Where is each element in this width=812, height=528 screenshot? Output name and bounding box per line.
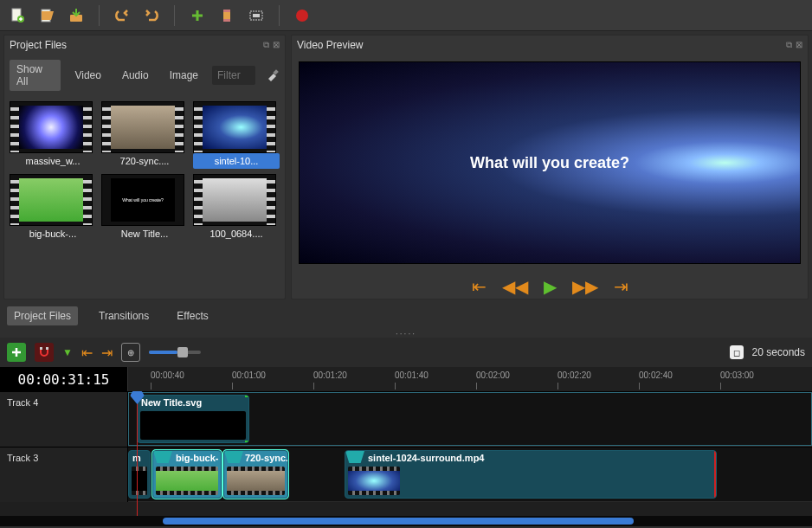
ruler-tick: 00:01:20 [313, 370, 347, 380]
preview-frame-text: What will you create? [470, 154, 629, 172]
preview-titlebar: Video Preview ⧉ ⊠ [292, 35, 808, 55]
project-files-title: Project Files [10, 39, 67, 51]
project-file-grid: massive_w... 720-sync.... sintel-10... b… [4, 96, 285, 247]
timeline: 00:00:31:15 00:00:40 00:01:00 00:01:20 0… [0, 367, 812, 526]
scrollbar-thumb[interactable] [163, 518, 634, 525]
track-header[interactable]: Track 3 [0, 448, 128, 502]
filter-image[interactable]: Image [163, 66, 205, 85]
detach-panel-icon[interactable]: ⧉ [263, 40, 269, 50]
timeline-horizontal-scrollbar[interactable] [0, 516, 812, 526]
tab-effects[interactable]: Effects [170, 306, 215, 325]
tab-transitions[interactable]: Transitions [92, 306, 156, 325]
snap-icon[interactable] [35, 343, 54, 362]
timeline-tracks: Track 4 New Title.svg Track 3 m [0, 391, 812, 516]
jump-start-icon[interactable]: ⇤ [472, 276, 487, 297]
zoom-level-icon[interactable]: ◻ [730, 345, 744, 359]
ruler-tick: 00:02:00 [476, 370, 510, 380]
track-body[interactable]: m big-buck- 720-sync.mp4 sintel-1024-sur… [128, 448, 812, 502]
clip-end-marker-icon [714, 451, 717, 498]
undo-icon[interactable] [112, 5, 132, 26]
track-body[interactable]: New Title.svg [128, 392, 812, 447]
track-label: Track 4 [7, 397, 120, 408]
timeline-clip[interactable]: m [128, 450, 151, 499]
preview-title: Video Preview [297, 39, 364, 51]
clip-transition-icon [345, 451, 364, 463]
clip-thumbnail [132, 467, 147, 495]
zoom-slider[interactable] [149, 351, 201, 354]
filter-video[interactable]: Video [68, 66, 107, 85]
timeline-clip[interactable]: New Title.svg [137, 395, 249, 443]
track-label: Track 3 [7, 453, 120, 463]
playback-controls: ⇤ ◀◀ ▶ ▶▶ ⇥ [292, 271, 808, 299]
timeline-toolbar: ▼ ⇤ ⇥ ⊕ ◻ 20 seconds [0, 338, 812, 367]
project-files-titlebar: Project Files ⧉ ⊠ [4, 35, 285, 55]
filter-audio[interactable]: Audio [115, 66, 156, 85]
new-document-icon[interactable] [7, 5, 28, 26]
close-panel-icon[interactable]: ⊠ [796, 40, 802, 50]
clip-thumbnail [140, 411, 246, 440]
ruler-tick: 00:02:20 [557, 370, 591, 380]
jump-end-icon[interactable]: ⇥ [614, 276, 628, 297]
main-toolbar [0, 0, 812, 31]
timecode-display[interactable]: 00:00:31:15 [0, 367, 128, 391]
ruler-ticks: 00:00:40 00:01:00 00:01:20 00:01:40 00:0… [128, 367, 812, 391]
clip-thumbnail [156, 467, 218, 495]
fast-forward-icon[interactable]: ▶▶ [572, 276, 598, 297]
svg-rect-12 [46, 347, 48, 350]
tab-project-files[interactable]: Project Files [7, 306, 78, 325]
clip-thumbnail [348, 467, 400, 495]
save-icon[interactable] [66, 5, 87, 26]
add-icon[interactable] [187, 5, 208, 26]
track-header[interactable]: Track 4 [0, 392, 128, 447]
clear-filter-icon[interactable] [266, 68, 280, 82]
timeline-clip[interactable]: big-buck- [152, 450, 222, 499]
timeline-clip[interactable]: 720-sync.mp4 [223, 450, 288, 499]
clip-thumbnail [227, 467, 285, 495]
prev-marker-icon[interactable]: ⇤ [81, 344, 93, 361]
razor-dropdown-icon[interactable]: ▼ [62, 346, 73, 358]
timeline-clip[interactable]: sintel-1024-surround.mp4 [345, 450, 717, 499]
panel-divider[interactable]: ····· [0, 329, 812, 338]
timeline-track: Track 4 New Title.svg [0, 391, 812, 447]
preview-body: What will you create? ⇤ ◀◀ ▶ ▶▶ ⇥ [292, 55, 808, 299]
toolbar-separator [99, 5, 100, 26]
ruler-tick: 00:00:40 [151, 370, 184, 380]
clip-transition-icon [153, 451, 172, 463]
svg-rect-11 [40, 347, 42, 350]
timeline-track: Track 3 m big-buck- 720-sync.mp4 [0, 447, 812, 502]
open-document-icon[interactable] [36, 5, 57, 26]
project-file-item[interactable]: massive_w... [10, 101, 96, 169]
lower-panel-tabs: Project Files Transitions Effects [0, 303, 812, 329]
record-icon[interactable] [292, 5, 313, 26]
fullscreen-icon[interactable] [246, 5, 267, 26]
project-file-item[interactable]: 100_0684.... [193, 174, 280, 241]
project-file-item[interactable]: What will you create? New Title... [101, 174, 188, 241]
center-playhead-icon[interactable]: ⊕ [121, 343, 140, 362]
project-files-panel: Project Files ⧉ ⊠ Show All Video Audio I… [3, 35, 286, 299]
filter-show-all[interactable]: Show All [10, 60, 61, 91]
project-file-item[interactable]: sintel-10... [193, 101, 280, 169]
detach-panel-icon[interactable]: ⧉ [786, 40, 792, 50]
redo-icon[interactable] [141, 5, 162, 26]
svg-point-9 [296, 10, 308, 22]
timeline-ruler[interactable]: 00:00:31:15 00:00:40 00:01:00 00:01:20 0… [0, 367, 812, 391]
svg-rect-8 [253, 14, 260, 17]
video-preview-panel: Video Preview ⧉ ⊠ What will you create? … [291, 35, 809, 299]
next-marker-icon[interactable]: ⇥ [101, 344, 113, 361]
zoom-level-label: 20 seconds [752, 346, 805, 358]
marker-icon[interactable] [216, 5, 237, 26]
project-file-item[interactable]: big-buck-... [10, 174, 96, 241]
filter-input[interactable] [212, 66, 255, 85]
file-filter-tabs: Show All Video Audio Image [4, 55, 285, 96]
play-icon[interactable]: ▶ [544, 276, 557, 297]
svg-rect-5 [223, 10, 230, 12]
svg-rect-6 [223, 19, 230, 22]
rewind-icon[interactable]: ◀◀ [502, 276, 528, 297]
playhead[interactable] [137, 391, 138, 516]
clip-transition-icon [224, 451, 243, 463]
preview-viewport[interactable]: What will you create? [299, 61, 801, 264]
project-file-item[interactable]: 720-sync.... [101, 101, 188, 169]
close-panel-icon[interactable]: ⊠ [273, 40, 280, 50]
ruler-tick: 00:03:00 [720, 370, 754, 380]
add-track-icon[interactable] [7, 343, 26, 362]
